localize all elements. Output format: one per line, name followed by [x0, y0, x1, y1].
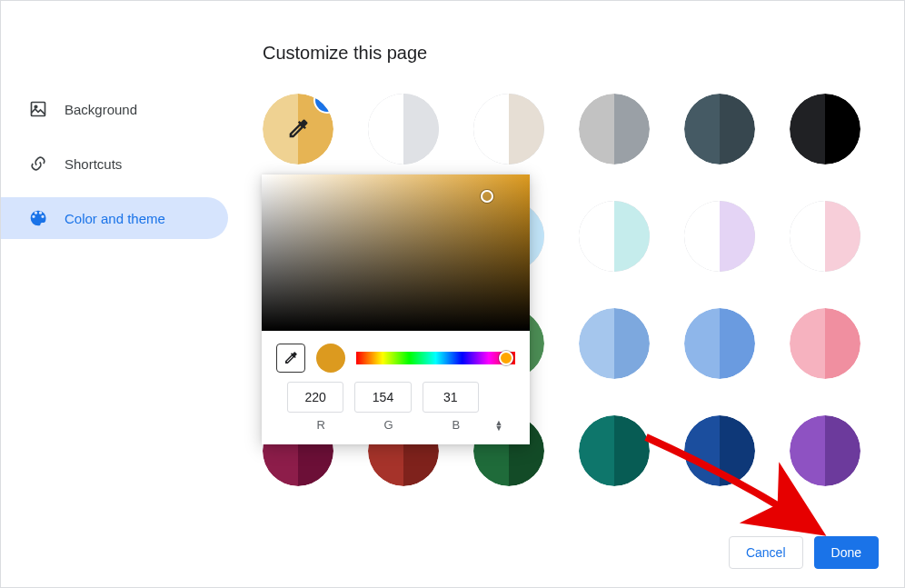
color-swatch[interactable]	[790, 201, 860, 272]
dialog-footer: Cancel Done	[729, 536, 879, 569]
color-swatch[interactable]	[790, 415, 860, 486]
eyedropper-icon	[283, 350, 299, 366]
hue-slider[interactable]	[356, 352, 515, 364]
color-swatch[interactable]	[684, 308, 755, 379]
sidebar-item-label: Color and theme	[65, 211, 165, 226]
color-swatch-custom[interactable]	[263, 94, 333, 164]
eyedropper-button[interactable]	[276, 344, 305, 373]
b-label: B	[423, 418, 490, 432]
color-swatch[interactable]	[684, 201, 755, 272]
hue-selector-dot[interactable]	[499, 351, 513, 365]
color-picker-popup: 220 154 31 R G B ▲▼	[262, 174, 530, 444]
color-swatch[interactable]	[579, 94, 650, 164]
color-swatch[interactable]	[684, 94, 755, 164]
color-swatch[interactable]	[579, 201, 650, 272]
sv-selector-dot[interactable]	[481, 190, 493, 203]
saturation-value-area[interactable]	[262, 174, 530, 331]
color-swatch[interactable]	[790, 94, 860, 164]
sidebar-item-label: Background	[65, 102, 137, 117]
g-input[interactable]: 154	[354, 382, 411, 413]
dialog-title: Customize this page	[263, 43, 427, 64]
sidebar: Background Shortcuts Color and theme	[1, 88, 228, 252]
color-swatch[interactable]	[579, 308, 650, 379]
color-swatch[interactable]	[368, 94, 439, 164]
sidebar-item-label: Shortcuts	[65, 156, 122, 172]
cancel-button[interactable]: Cancel	[729, 536, 803, 569]
link-icon	[28, 154, 48, 174]
color-swatch[interactable]	[473, 94, 544, 164]
r-label: R	[287, 418, 354, 432]
sidebar-item-background[interactable]: Background	[1, 88, 228, 130]
b-input[interactable]: 31	[423, 382, 479, 413]
format-switcher[interactable]: ▲▼	[490, 420, 508, 431]
svg-point-1	[35, 105, 37, 108]
color-swatch[interactable]	[579, 415, 650, 486]
color-swatch[interactable]	[684, 415, 755, 486]
r-input[interactable]: 220	[287, 382, 343, 413]
done-button[interactable]: Done	[814, 536, 879, 569]
color-preview-dot	[316, 344, 345, 373]
g-label: G	[354, 418, 422, 432]
color-swatch[interactable]	[790, 308, 860, 379]
sidebar-item-shortcuts[interactable]: Shortcuts	[1, 143, 228, 184]
image-icon	[28, 99, 48, 119]
palette-icon	[28, 208, 48, 228]
svg-rect-0	[32, 103, 45, 116]
sidebar-item-color-theme[interactable]: Color and theme	[1, 197, 228, 239]
